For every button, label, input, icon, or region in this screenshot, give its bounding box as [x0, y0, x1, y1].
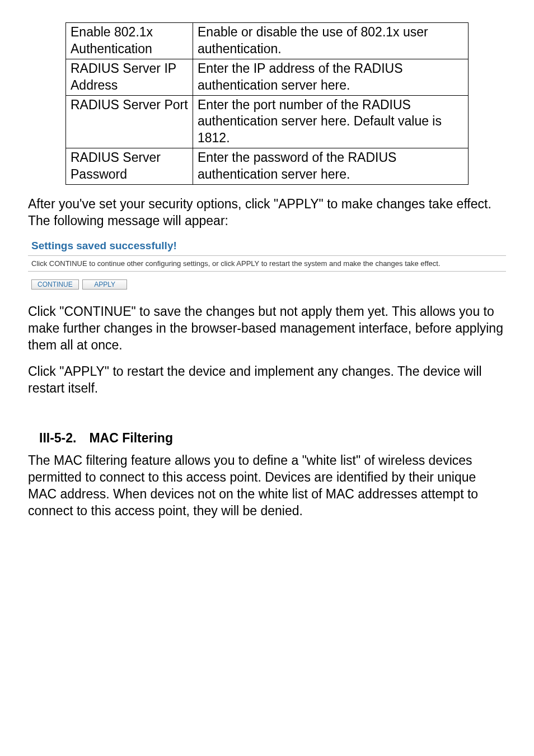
paragraph-mac-filtering: The MAC filtering feature allows you to … — [28, 452, 506, 520]
table-row: RADIUS Server IP Address Enter the IP ad… — [66, 59, 469, 95]
setting-desc: Enter the IP address of the RADIUS authe… — [193, 59, 469, 95]
setting-desc: Enter the port number of the RADIUS auth… — [193, 95, 469, 148]
paragraph-continue: Click "CONTINUE" to save the changes but… — [28, 304, 506, 354]
apply-button[interactable]: APPLY — [82, 279, 127, 290]
setting-desc: Enter the password of the RADIUS authent… — [193, 148, 469, 185]
setting-label: RADIUS Server Password — [66, 148, 193, 185]
radius-settings-table: Enable 802.1x Authentication Enable or d… — [65, 22, 469, 185]
table-row: RADIUS Server Password Enter the passwor… — [66, 148, 469, 185]
continue-button[interactable]: CONTINUE — [31, 279, 79, 290]
section-heading-mac-filtering: III-5-2. MAC Filtering — [39, 431, 506, 446]
paragraph-intro: After you've set your security options, … — [28, 196, 506, 230]
table-row: RADIUS Server Port Enter the port number… — [66, 95, 469, 148]
settings-saved-panel: Settings saved successfully! Click CONTI… — [28, 235, 506, 293]
settings-saved-title: Settings saved successfully! — [31, 240, 506, 255]
button-row: CONTINUE APPLY — [31, 275, 506, 290]
paragraph-apply: Click "APPLY" to restart the device and … — [28, 363, 506, 397]
setting-label: RADIUS Server Port — [66, 95, 193, 148]
setting-label: RADIUS Server IP Address — [66, 59, 193, 95]
setting-desc: Enable or disable the use of 802.1x user… — [193, 23, 469, 59]
settings-saved-desc: Click CONTINUE to continue other configu… — [28, 255, 506, 272]
table-row: Enable 802.1x Authentication Enable or d… — [66, 23, 469, 59]
setting-label: Enable 802.1x Authentication — [66, 23, 193, 59]
